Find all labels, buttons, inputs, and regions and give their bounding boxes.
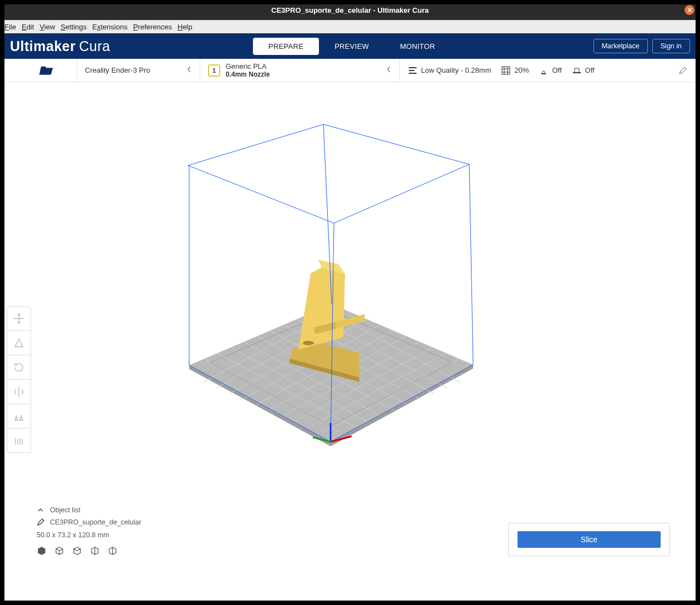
menu-preferences[interactable]: Preferences bbox=[133, 23, 172, 31]
printer-panel[interactable]: Creality Ender-3 Pro bbox=[77, 59, 200, 82]
close-window-button[interactable]: ✕ bbox=[684, 5, 694, 15]
layers-icon bbox=[408, 65, 418, 75]
viewport-3d[interactable]: Object list CE3PRO_suporte_de_celular 50… bbox=[4, 82, 696, 601]
menu-extensions[interactable]: Extensions bbox=[92, 23, 128, 31]
app-header: Ultimaker Cura PREPARE PREVIEW MONITOR M… bbox=[0, 33, 700, 59]
app-brand: Ultimaker Cura bbox=[10, 38, 110, 54]
window-titlebar: CE3PRO_suporte_de_celular - Ultimaker Cu… bbox=[0, 0, 700, 20]
support-label: Off bbox=[552, 66, 561, 74]
mesh-tool[interactable] bbox=[7, 404, 31, 428]
menu-edit[interactable]: Edit bbox=[22, 23, 34, 31]
brand-bold: Ultimaker bbox=[10, 38, 75, 54]
material-nozzle: 0.4mm Nozzle bbox=[226, 70, 270, 78]
view-right-icon[interactable] bbox=[108, 546, 118, 558]
infill-option: 20% bbox=[501, 65, 529, 75]
marketplace-button[interactable]: Marketplace bbox=[594, 39, 648, 53]
edit-settings-icon[interactable] bbox=[678, 65, 688, 75]
chevron-up-icon bbox=[37, 506, 44, 514]
profile-label: Low Quality - 0.28mm bbox=[421, 66, 491, 74]
menu-help[interactable]: Help bbox=[177, 23, 192, 31]
print-settings-panel[interactable]: Low Quality - 0.28mm 20% Off Off bbox=[399, 59, 696, 82]
open-file-button[interactable] bbox=[31, 59, 61, 82]
support-icon bbox=[539, 65, 549, 75]
tab-preview[interactable]: PREVIEW bbox=[319, 38, 384, 55]
object-list-item[interactable]: CE3PRO_suporte_de_celular bbox=[37, 518, 141, 527]
rotate-tool[interactable] bbox=[7, 355, 31, 380]
material-panel[interactable]: 1 Generic PLA 0.4mm Nozzle bbox=[200, 59, 399, 82]
slice-button[interactable]: Slice bbox=[518, 531, 661, 548]
chevron-left-icon bbox=[186, 65, 192, 75]
object-name: CE3PRO_suporte_de_celular bbox=[50, 518, 141, 527]
view-front-icon[interactable] bbox=[54, 546, 64, 558]
chevron-left-icon bbox=[386, 65, 392, 75]
view-3d-icon[interactable] bbox=[37, 546, 47, 558]
svg-point-30 bbox=[303, 341, 314, 345]
view-top-icon[interactable] bbox=[72, 546, 82, 558]
signin-button[interactable]: Sign in bbox=[652, 39, 690, 53]
pencil-icon bbox=[678, 65, 688, 75]
printer-name: Creality Ender-3 Pro bbox=[85, 66, 150, 74]
mirror-tool[interactable] bbox=[7, 380, 31, 404]
material-name: Generic PLA bbox=[226, 62, 270, 70]
support-option: Off bbox=[539, 65, 561, 75]
stage-toolbar: Creality Ender-3 Pro 1 Generic PLA 0.4mm… bbox=[4, 59, 696, 82]
svg-rect-0 bbox=[502, 67, 510, 74]
slice-panel: Slice bbox=[508, 523, 670, 556]
extruder-badge: 1 bbox=[208, 64, 220, 77]
stage-tabs: PREPARE PREVIEW MONITOR bbox=[110, 38, 594, 55]
menu-file[interactable]: File bbox=[4, 23, 16, 31]
svg-marker-26 bbox=[298, 268, 345, 350]
infill-icon bbox=[501, 65, 511, 75]
infill-label: 20% bbox=[514, 66, 529, 74]
object-info-panel: Object list CE3PRO_suporte_de_celular 50… bbox=[37, 506, 141, 558]
brand-thin: Cura bbox=[79, 38, 110, 54]
object-dimensions: 50.0 x 73.2 x 120.8 mm bbox=[37, 531, 141, 540]
pencil-icon bbox=[37, 518, 44, 526]
object-list-label: Object list bbox=[50, 506, 80, 515]
move-tool[interactable] bbox=[7, 306, 31, 331]
window-title: CE3PRO_suporte_de_celular - Ultimaker Cu… bbox=[271, 6, 429, 14]
view-orientation-icons bbox=[37, 546, 141, 558]
object-list-header[interactable]: Object list bbox=[37, 506, 141, 515]
profile-option: Low Quality - 0.28mm bbox=[408, 65, 491, 75]
adhesion-icon bbox=[572, 65, 582, 75]
support-blocker-tool[interactable] bbox=[7, 428, 31, 453]
adhesion-label: Off bbox=[585, 66, 595, 74]
scale-tool[interactable] bbox=[7, 331, 31, 355]
menu-settings[interactable]: Settings bbox=[60, 23, 87, 31]
object-dims-value: 50.0 x 73.2 x 120.8 mm bbox=[37, 531, 109, 540]
menu-view[interactable]: View bbox=[39, 23, 55, 31]
tab-prepare[interactable]: PREPARE bbox=[253, 38, 319, 55]
view-left-icon[interactable] bbox=[90, 546, 100, 558]
adhesion-option: Off bbox=[572, 65, 595, 75]
left-toolbar bbox=[7, 306, 31, 453]
tab-monitor[interactable]: MONITOR bbox=[384, 38, 450, 55]
menu-bar: File Edit View Settings Extensions Prefe… bbox=[0, 20, 700, 33]
